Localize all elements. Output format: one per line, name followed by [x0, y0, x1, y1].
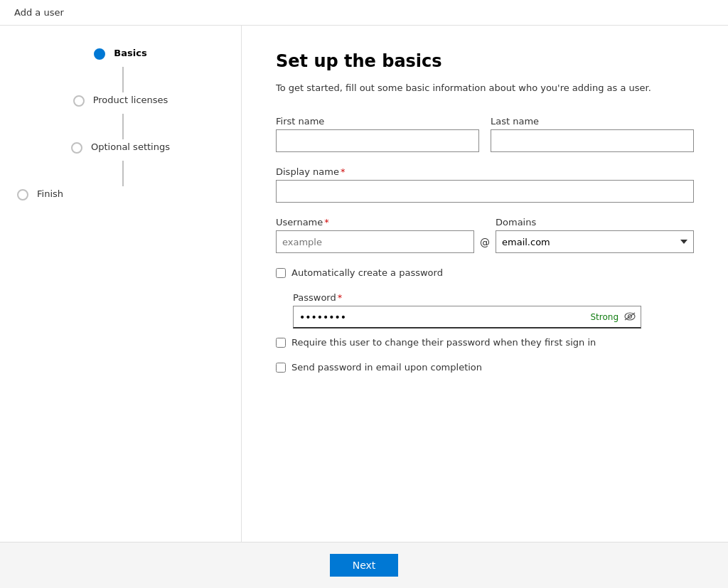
- name-row: First name Last name: [276, 116, 694, 152]
- first-name-label: First name: [276, 116, 479, 127]
- step-circle-basics: [94, 48, 105, 60]
- form-title: Set up the basics: [276, 51, 694, 71]
- display-name-required: *: [341, 166, 346, 177]
- step-wrap-optional-settings: Optional settings: [17, 141, 224, 188]
- step-circle-product-licenses: [73, 95, 85, 107]
- username-required: *: [324, 217, 329, 228]
- auto-password-checkbox[interactable]: [276, 268, 286, 278]
- sidebar: Basics Product licenses Optional setting…: [0, 26, 242, 542]
- display-name-group: Display name*: [276, 166, 694, 203]
- step-wrap-basics: Basics: [17, 47, 224, 94]
- bottom-bar: Next: [0, 542, 728, 588]
- top-bar: Add a user: [0, 0, 728, 26]
- require-change-label: Require this user to change their passwo…: [291, 337, 596, 348]
- step-circle-finish: [17, 189, 28, 201]
- step-label-basics: Basics: [114, 47, 146, 65]
- domains-label: Domains: [496, 217, 694, 228]
- require-change-row: Require this user to change their passwo…: [276, 337, 694, 348]
- username-input[interactable]: [276, 230, 474, 253]
- first-name-group: First name: [276, 116, 479, 152]
- password-label: Password: [293, 292, 336, 303]
- send-password-label: Send password in email upon completion: [291, 362, 482, 373]
- next-button[interactable]: Next: [330, 554, 399, 577]
- domain-select[interactable]: email.com: [496, 230, 694, 253]
- password-label-wrap: Password*: [293, 292, 694, 303]
- last-name-label: Last name: [491, 116, 694, 127]
- step-line-1: [122, 67, 124, 92]
- page-title: Add a user: [14, 7, 64, 18]
- last-name-input[interactable]: [491, 129, 694, 152]
- step-label-finish: Finish: [37, 188, 63, 206]
- username-row: Username* @ Domains email.com: [276, 217, 694, 253]
- step-line-2: [122, 114, 124, 139]
- password-input-wrap: Strong: [293, 306, 641, 328]
- step-label-product-licenses: Product licenses: [93, 94, 168, 112]
- step-item-finish: Finish: [17, 188, 224, 206]
- step-item-basics: Basics: [94, 47, 146, 65]
- password-input[interactable]: [293, 306, 641, 328]
- username-label: Username*: [276, 217, 474, 228]
- password-toggle-icon[interactable]: [624, 311, 636, 323]
- at-symbol: @: [480, 237, 490, 253]
- form-description: To get started, fill out some basic info…: [276, 82, 694, 93]
- password-section: Password* Strong: [293, 292, 694, 328]
- send-password-checkbox[interactable]: [276, 363, 286, 373]
- step-wrap-product-licenses: Product licenses: [17, 94, 224, 141]
- step-item-product-licenses: Product licenses: [73, 94, 168, 112]
- username-group: Username*: [276, 217, 474, 253]
- form-area: Set up the basics To get started, fill o…: [242, 26, 728, 542]
- step-label-optional-settings: Optional settings: [91, 141, 170, 159]
- step-circle-optional-settings: [71, 142, 82, 154]
- display-name-input[interactable]: [276, 180, 694, 203]
- require-change-checkbox[interactable]: [276, 338, 286, 348]
- password-strength: Strong: [590, 312, 619, 322]
- main-content: Basics Product licenses Optional setting…: [0, 26, 728, 542]
- first-name-input[interactable]: [276, 129, 479, 152]
- display-name-label: Display name*: [276, 166, 694, 177]
- auto-password-row: Automatically create a password: [276, 267, 694, 278]
- domain-group: Domains email.com: [496, 217, 694, 253]
- step-item-optional-settings: Optional settings: [71, 141, 170, 159]
- send-password-row: Send password in email upon completion: [276, 362, 694, 373]
- password-required: *: [338, 292, 343, 303]
- last-name-group: Last name: [491, 116, 694, 152]
- auto-password-label: Automatically create a password: [291, 267, 443, 278]
- step-line-3: [122, 161, 124, 186]
